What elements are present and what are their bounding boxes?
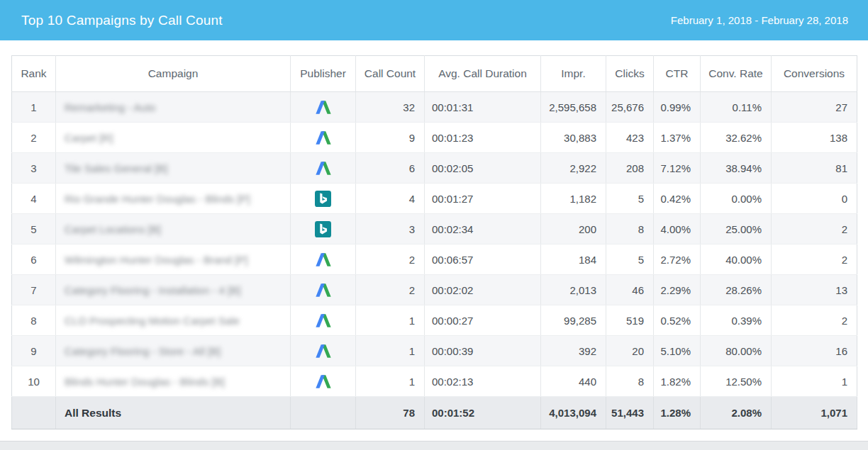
cell-conversions: 2	[772, 244, 857, 275]
cell-avg-duration: 00:02:05	[425, 153, 541, 184]
cell-ctr: 2.29%	[654, 275, 701, 305]
cell-conv-rate: 80.00%	[701, 336, 772, 366]
cell-conversions: 16	[772, 336, 857, 366]
cell-impressions: 392	[541, 336, 606, 366]
cell-rank: 2	[12, 123, 56, 153]
cell-ctr: 4.00%	[654, 214, 701, 244]
cell-campaign: Carpet Locations [B]	[56, 214, 291, 244]
column-header-ctr: CTR	[654, 56, 701, 92]
totals-row: All Results 78 00:01:52 4,013,094 51,443…	[12, 397, 857, 429]
cell-call-count: 9	[356, 123, 425, 153]
cell-call-count: 1	[356, 366, 425, 397]
adwords-icon	[316, 283, 331, 297]
totals-rank-cell	[12, 397, 56, 429]
cell-conv-rate: 0.00%	[701, 184, 772, 214]
cell-call-count: 1	[356, 336, 425, 366]
cell-call-count: 4	[356, 184, 425, 214]
cell-clicks: 46	[606, 275, 654, 305]
table-row: 8 CLO Prospecting Motion Carpet Sale 1 0…	[12, 305, 857, 336]
cell-impressions: 99,285	[541, 305, 606, 336]
column-header-conv-rate: Conv. Rate	[701, 56, 772, 92]
cell-clicks: 8	[606, 214, 654, 244]
cell-conv-rate: 28.26%	[701, 275, 772, 305]
cell-publisher	[291, 214, 356, 244]
cell-conversions: 2	[772, 305, 857, 336]
cell-publisher	[291, 275, 356, 305]
totals-call-count: 78	[356, 397, 425, 429]
cell-conv-rate: 0.39%	[701, 305, 772, 336]
cell-campaign: Category Flooring - Store - All [B]	[56, 336, 291, 366]
cell-impressions: 1,182	[541, 184, 606, 214]
cell-avg-duration: 00:06:57	[425, 244, 541, 275]
cell-publisher	[291, 244, 356, 275]
table-row: 7 Category Flooring - Installation - 4 […	[12, 275, 857, 305]
campaign-name: Carpet Locations [B]	[65, 223, 161, 235]
cell-conv-rate: 0.11%	[701, 92, 772, 123]
cell-ctr: 0.99%	[654, 92, 701, 123]
cell-publisher	[291, 153, 356, 184]
date-range: February 1, 2018 - February 28, 2018	[671, 14, 848, 26]
cell-impressions: 200	[541, 214, 606, 244]
cell-call-count: 32	[356, 92, 425, 123]
campaign-name: Category Flooring - Installation - 4 [B]	[65, 284, 240, 296]
cell-ctr: 2.72%	[654, 244, 701, 275]
adwords-icon	[316, 101, 331, 114]
cell-rank: 5	[12, 214, 56, 244]
adwords-icon	[316, 253, 331, 266]
table-row: 1 Remarketing - Auto 32 00:01:31 2,595,6…	[12, 92, 857, 123]
column-header-publisher: Publisher	[291, 56, 356, 92]
adwords-icon	[316, 314, 331, 327]
campaign-name: Wilmington Hunter Douglas - Brand [P]	[65, 254, 247, 266]
cell-publisher	[291, 336, 356, 366]
cell-call-count: 2	[356, 275, 425, 305]
cell-conversions: 2	[772, 214, 857, 244]
totals-conversions: 1,071	[772, 397, 857, 429]
cell-clicks: 5	[606, 184, 654, 214]
cell-ctr: 1.82%	[654, 366, 701, 397]
cell-ctr: 1.37%	[654, 123, 701, 153]
cell-clicks: 25,676	[606, 92, 654, 123]
campaign-name: Remarketing - Auto	[65, 101, 155, 113]
cell-avg-duration: 00:02:02	[425, 275, 541, 305]
report-table-container: Rank Campaign Publisher Call Count Avg. …	[11, 55, 857, 429]
cell-campaign: Remarketing - Auto	[56, 92, 291, 123]
bing-icon	[315, 191, 331, 207]
campaign-name: Carpet [R]	[65, 132, 113, 144]
cell-call-count: 6	[356, 153, 425, 184]
cell-avg-duration: 00:02:13	[425, 366, 541, 397]
column-header-call-count: Call Count	[356, 56, 425, 92]
column-header-avg-duration: Avg. Call Duration	[425, 56, 541, 92]
campaign-name: Rio Grande Hunter Douglas - Blinds [P]	[65, 193, 250, 205]
cell-call-count: 1	[356, 305, 425, 336]
cell-rank: 3	[12, 153, 56, 184]
cell-avg-duration: 00:01:27	[425, 184, 541, 214]
column-header-impressions: Impr.	[541, 56, 606, 92]
cell-conversions: 81	[772, 153, 857, 184]
cell-rank: 4	[12, 184, 56, 214]
campaign-name: Blinds Hunter Douglas - Blinds [B]	[65, 376, 225, 388]
cell-clicks: 423	[606, 123, 654, 153]
table-row: 10 Blinds Hunter Douglas - Blinds [B] 1 …	[12, 366, 857, 397]
column-header-clicks: Clicks	[606, 56, 654, 92]
cell-rank: 1	[12, 92, 56, 123]
bing-icon	[315, 221, 331, 237]
cell-call-count: 2	[356, 244, 425, 275]
cell-impressions: 2,595,658	[541, 92, 606, 123]
cell-campaign: Tile Sales General [B]	[56, 153, 291, 184]
totals-conv-rate: 2.08%	[701, 397, 772, 429]
widget-title: Top 10 Campaigns by Call Count	[21, 13, 223, 28]
adwords-icon	[316, 162, 331, 175]
cell-conv-rate: 32.62%	[701, 123, 772, 153]
cell-ctr: 7.12%	[654, 153, 701, 184]
campaign-name: Tile Sales General [B]	[65, 162, 167, 174]
cell-publisher	[291, 123, 356, 153]
cell-conv-rate: 40.00%	[701, 244, 772, 275]
cell-rank: 6	[12, 244, 56, 275]
column-header-conversions: Conversions	[772, 56, 857, 92]
cell-impressions: 440	[541, 366, 606, 397]
totals-clicks: 51,443	[606, 397, 654, 429]
cell-avg-duration: 00:00:39	[425, 336, 541, 366]
totals-publisher-cell	[291, 397, 356, 429]
cell-clicks: 208	[606, 153, 654, 184]
cell-campaign: CLO Prospecting Motion Carpet Sale	[56, 305, 291, 336]
